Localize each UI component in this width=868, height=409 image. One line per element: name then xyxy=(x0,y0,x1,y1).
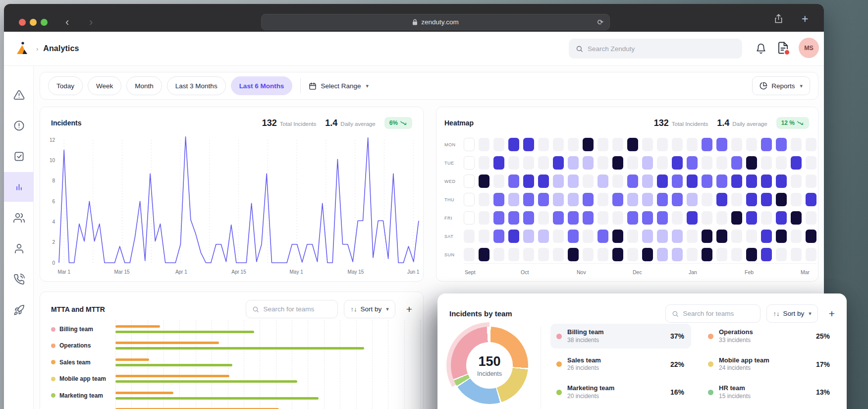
heatmap-cell xyxy=(657,175,668,188)
lock-icon xyxy=(412,19,418,25)
heatmap-row-label: FRI xyxy=(444,216,452,221)
heatmap-cell xyxy=(538,138,549,151)
heatmap-cell xyxy=(672,138,683,151)
svg-text:12: 12 xyxy=(50,137,55,143)
sidebar-item-bar-chart[interactable] xyxy=(4,172,34,202)
heatmap-cell xyxy=(508,156,519,170)
new-tab-icon[interactable]: + xyxy=(802,12,808,26)
weekday-heatmap: MONTUEWEDTHUFRISATSUNSeptOctNovDecJanFeb… xyxy=(436,107,818,281)
heatmap-cell xyxy=(642,156,653,170)
heatmap-cell xyxy=(731,230,742,243)
legend-percent: 25% xyxy=(816,332,830,340)
check-square-icon xyxy=(13,151,25,162)
filter-pill-last-6-months[interactable]: Last 6 Months xyxy=(231,76,293,95)
sidebar-item-user[interactable] xyxy=(4,234,34,263)
heatmap-cell xyxy=(464,193,475,206)
avatar-initials: MS xyxy=(804,45,814,52)
heatmap-cell xyxy=(702,156,712,170)
sidebar-item-check-square[interactable] xyxy=(4,141,34,171)
select-range-button[interactable]: Select Range ▾ xyxy=(309,82,369,90)
zenduty-logo[interactable] xyxy=(15,41,30,56)
avatar[interactable]: MS xyxy=(799,38,819,58)
heatmap-cell xyxy=(627,156,638,170)
global-search-input[interactable]: Search Zenduty xyxy=(569,39,742,58)
sidebar-item-alert-circle[interactable] xyxy=(4,111,34,140)
heatmap-cell xyxy=(627,193,638,206)
legend-row-sales-team[interactable]: Sales team26 incidents22% xyxy=(550,352,691,377)
window-minimize-button[interactable] xyxy=(30,19,37,26)
team-card-title: Incidents by team xyxy=(449,309,512,318)
browser-back-button[interactable]: ‹ xyxy=(65,16,69,29)
heatmap-cell xyxy=(597,230,608,243)
heatmap-cell xyxy=(493,175,504,188)
add-chart-button[interactable]: + xyxy=(829,308,835,320)
heatmap-cell xyxy=(464,175,475,188)
heatmap-cell xyxy=(493,138,504,151)
pie-chart-icon xyxy=(760,82,767,90)
sidebar-item-alert-triangle[interactable] xyxy=(4,80,34,110)
mtta-mttr-card: MTTA and MTTR Search for teams ↑↓ Sort b… xyxy=(40,292,424,409)
legend-team-name: Marketing team xyxy=(567,384,614,393)
address-bar[interactable]: zenduty.com ⟳ xyxy=(261,14,610,30)
heatmap-cell xyxy=(553,248,564,261)
heatmap-cell xyxy=(776,211,787,225)
heatmap-cell xyxy=(657,211,668,225)
sidebar-item-phone-call[interactable] xyxy=(4,264,34,294)
heatmap-cell xyxy=(568,156,579,170)
heatmap-cell xyxy=(731,156,742,170)
heatmap-cell xyxy=(583,248,594,261)
filter-pill-last-3-months[interactable]: Last 3 Months xyxy=(167,76,226,95)
heatmap-cell xyxy=(493,193,504,206)
legend-row-billing-team[interactable]: Billing team38 incidents37% xyxy=(550,324,691,349)
legend-row-operations[interactable]: Operations33 incidents25% xyxy=(702,324,837,349)
share-icon[interactable] xyxy=(774,14,783,23)
legend-color-dot xyxy=(708,334,713,339)
trend-down-icon xyxy=(400,120,407,125)
chevron-down-icon: ▾ xyxy=(366,83,369,89)
filter-pill-month[interactable]: Month xyxy=(126,76,162,95)
heatmap-cell xyxy=(523,175,534,188)
reload-icon[interactable]: ⟳ xyxy=(597,18,603,27)
filter-pill-week[interactable]: Week xyxy=(88,76,121,95)
heatmap-cell xyxy=(553,138,564,151)
donut-center: 150Incidents xyxy=(466,342,513,389)
heatmap-cell xyxy=(568,248,579,261)
sidebar-item-users[interactable] xyxy=(4,203,34,233)
heatmap-cell xyxy=(791,175,802,188)
heatmap-month-label: Mar xyxy=(801,269,810,275)
sort-by-button[interactable]: ↑↓ Sort by ▾ xyxy=(766,304,817,323)
date-filter-toolbar: TodayWeekMonthLast 3 MonthsLast 6 Months… xyxy=(40,72,818,100)
heatmap-cell xyxy=(791,211,802,225)
legend-team-name: Billing team xyxy=(567,328,604,337)
heatmap-cell xyxy=(761,211,772,225)
reports-doc-icon[interactable] xyxy=(778,42,788,56)
app-header: › Analytics Search Zenduty xyxy=(4,32,824,66)
legend-color-dot xyxy=(708,361,713,367)
desktop-background: ‹ › zenduty.com ⟳ + xyxy=(0,0,868,409)
reports-button[interactable]: Reports ▾ xyxy=(752,76,810,95)
heatmap-cell xyxy=(672,211,683,225)
sidebar-item-rocket[interactable] xyxy=(4,295,34,325)
heatmap-row-label: SUN xyxy=(444,252,455,257)
legend-color-dot xyxy=(708,390,713,395)
window-zoom-button[interactable] xyxy=(41,19,48,26)
heatmap-cell xyxy=(791,193,802,206)
browser-forward-button[interactable]: › xyxy=(89,16,93,29)
mtta-bar xyxy=(115,375,229,377)
legend-row-hr-team[interactable]: HR team15 incidents13% xyxy=(702,380,837,405)
heatmap-cell xyxy=(568,193,579,206)
legend-row-marketing-team[interactable]: Marketing team20 incidents16% xyxy=(550,380,691,405)
heatmap-cell xyxy=(806,156,816,170)
heatmap-row-label: THU xyxy=(444,197,454,202)
heatmap-cell xyxy=(553,211,564,225)
donut-total-label: Incidents xyxy=(477,370,502,377)
notifications-bell-icon[interactable] xyxy=(756,43,766,55)
legend-row-mobile-app-team[interactable]: Mobile app team24 incidents17% xyxy=(702,352,837,377)
teams-search-input[interactable]: Search for teams xyxy=(665,304,760,323)
heatmap-cell xyxy=(493,230,504,243)
filter-pill-today[interactable]: Today xyxy=(48,76,83,95)
heatmap-cell xyxy=(657,193,668,206)
heatmap-cell xyxy=(746,156,757,170)
heatmap-cell xyxy=(776,138,787,151)
window-close-button[interactable] xyxy=(19,19,26,26)
